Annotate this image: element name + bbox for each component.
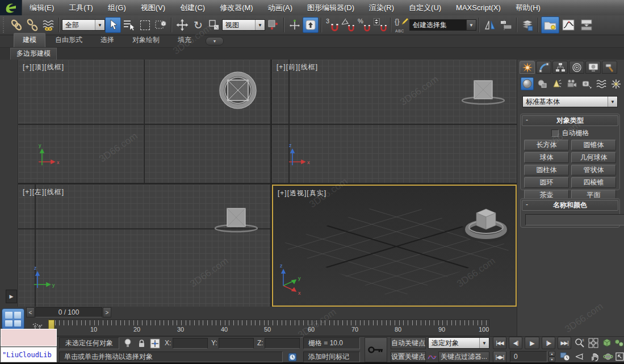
select-and-manipulate-button[interactable] — [287, 17, 303, 33]
edit-named-selection-sets-button[interactable]: {} ABC — [393, 17, 409, 33]
zoom-extents-all-button[interactable] — [614, 337, 624, 349]
menu-animation[interactable]: 动画(A) — [261, 0, 300, 15]
x-coordinate-input[interactable] — [173, 338, 208, 349]
tube-button[interactable]: 管状体 — [571, 165, 616, 175]
menu-help[interactable]: 帮助(H) — [508, 0, 548, 15]
selection-filter-dropdown[interactable]: 全部 ▼ — [62, 19, 105, 31]
primitive-category-dropdown[interactable]: 标准基本体 ▼ — [522, 96, 618, 107]
frame-back-button[interactable]: < — [26, 307, 35, 317]
current-frame-display[interactable]: 0 / 100 — [35, 307, 102, 317]
pan-view-button[interactable] — [588, 351, 601, 362]
key-filter-scope-dropdown[interactable]: 选定对象 ▼ — [428, 337, 489, 349]
frame-spinner[interactable]: ▲ ▼ — [548, 351, 555, 362]
add-time-tag[interactable]: 添加时间标记 — [303, 352, 360, 362]
zoom-extents-button[interactable] — [601, 337, 613, 349]
menu-graph-editors[interactable]: 图形编辑器(D) — [300, 0, 362, 15]
schematic-view-button[interactable] — [577, 16, 596, 34]
menu-customize[interactable]: 自定义(U) — [401, 0, 449, 15]
viewport-perspective[interactable]: x y z [+][透视][真实] — [272, 185, 517, 307]
cylinder-button[interactable]: 圆柱体 — [524, 165, 569, 175]
viewport-layout-button[interactable] — [2, 308, 24, 330]
use-pivot-point-center-button[interactable] — [265, 17, 281, 33]
keyboard-shortcut-override-toggle[interactable] — [303, 17, 319, 33]
ribbon-tab-selection[interactable]: 选择 — [92, 34, 123, 47]
select-object-button[interactable] — [105, 17, 121, 33]
select-and-link-button[interactable] — [9, 17, 24, 33]
menu-group[interactable]: 组(G) — [100, 0, 133, 15]
tab-hierarchy[interactable] — [552, 61, 568, 74]
category-helpers[interactable] — [580, 77, 593, 90]
timeline-ruler[interactable]: 0 10 20 30 40 50 60 70 80 90 100 — [49, 319, 489, 336]
ribbon-minimize-button[interactable]: ▼ — [206, 37, 224, 45]
ribbon-tab-freeform[interactable]: 自由形式 — [47, 34, 91, 47]
menu-tools[interactable]: 工具(T) — [61, 0, 100, 15]
menu-rendering[interactable]: 渲染(R) — [362, 0, 401, 15]
set-key-toggle[interactable]: 设置关键点 — [391, 352, 426, 362]
app-logo-icon[interactable] — [0, 0, 22, 15]
object-type-rollout-header[interactable]: - 对象类型 — [522, 115, 618, 126]
menu-modifiers[interactable]: 修改器(M) — [212, 0, 261, 15]
tab-display[interactable] — [585, 61, 601, 74]
toolbar-grip[interactable] — [3, 17, 7, 33]
selection-lock-bulb-icon[interactable] — [123, 337, 133, 349]
category-geometry[interactable] — [521, 77, 534, 90]
current-frame-field[interactable]: 0 — [510, 351, 547, 362]
manage-layers-button[interactable] — [520, 17, 535, 33]
spinner-up-icon[interactable]: ▲ — [548, 351, 555, 357]
category-shapes[interactable] — [535, 77, 548, 90]
category-space-warps[interactable] — [594, 77, 608, 90]
tab-modify[interactable] — [536, 61, 551, 74]
viewport-top-label[interactable]: [+][顶][线框] — [23, 62, 64, 72]
expand-panel-button[interactable]: ▶ — [6, 290, 17, 303]
viewport-top[interactable]: x y [+][顶][线框] — [18, 60, 270, 183]
category-systems[interactable] — [609, 77, 622, 90]
reference-coordinate-dropdown[interactable]: 视图 ▼ — [222, 19, 265, 31]
category-lights[interactable] — [550, 77, 563, 90]
tab-motion[interactable] — [569, 61, 584, 74]
viewport-front-label[interactable]: [+][前][线框] — [277, 62, 318, 72]
viewport-left[interactable]: y z [+][左][线框] — [18, 185, 270, 307]
menu-maxscript[interactable]: MAXScript(X) — [449, 0, 508, 15]
absolute-mode-transform-toggle[interactable] — [149, 337, 161, 349]
spinner-down-icon[interactable]: ▼ — [548, 357, 555, 362]
viewport-left-label[interactable]: [+][左][线框] — [23, 187, 64, 197]
zoom-all-button[interactable] — [587, 337, 600, 349]
key-filters-button[interactable]: 关键点过滤器... — [438, 352, 489, 362]
unlink-selection-button[interactable] — [24, 17, 40, 33]
rectangular-selection-region-button[interactable] — [137, 17, 153, 33]
menu-edit[interactable]: 编辑(E) — [22, 0, 61, 15]
menu-create[interactable]: 创建(C) — [173, 0, 212, 15]
tab-utilities[interactable] — [602, 61, 617, 74]
maxscript-listener-pane[interactable]: "LiuCloudLib i: — [1, 347, 57, 362]
key-mode-toggle-button[interactable]: |◀▶| — [493, 351, 506, 363]
ribbon-tab-populate[interactable]: 填充 — [169, 34, 200, 47]
key-filter-curve-button[interactable] — [427, 352, 437, 362]
frame-forward-button[interactable]: > — [103, 307, 111, 317]
object-name-input[interactable] — [525, 214, 624, 225]
named-selection-sets-dropdown[interactable]: 创建选择集 ▼ — [409, 19, 476, 31]
time-configuration-button[interactable] — [559, 351, 571, 362]
selection-lock-toggle[interactable] — [136, 337, 146, 349]
geosphere-button[interactable]: 几何球体 — [571, 152, 616, 163]
ribbon-tab-object-paint[interactable]: 对象绘制 — [124, 34, 168, 47]
percent-snap-toggle-button[interactable]: % — [356, 17, 372, 33]
select-and-move-button[interactable] — [174, 17, 190, 33]
select-and-rotate-button[interactable]: ↻ — [190, 17, 206, 33]
viewport-front[interactable]: x z [+][前][线框] — [272, 60, 517, 183]
field-of-view-button[interactable] — [573, 351, 586, 362]
window-crossing-toggle-button[interactable] — [153, 17, 169, 33]
align-button[interactable] — [498, 17, 514, 33]
ribbon-subtab-polygon-modeling[interactable]: 多边形建模 — [10, 48, 57, 60]
torus-button[interactable]: 圆环 — [524, 177, 569, 188]
y-coordinate-input[interactable] — [219, 338, 254, 349]
sphere-button[interactable]: 球体 — [524, 152, 569, 163]
name-color-rollout-header[interactable]: - 名称和颜色 — [522, 200, 618, 211]
auto-key-toggle[interactable]: 自动关键点 — [391, 337, 426, 349]
previous-frame-button[interactable]: ◀|| — [509, 337, 522, 349]
macro-recorder-pane[interactable] — [1, 329, 57, 346]
select-by-name-button[interactable] — [121, 17, 137, 33]
go-to-end-button[interactable]: ▶▶| — [558, 337, 571, 349]
autogrid-checkbox[interactable] — [551, 129, 559, 137]
maximize-viewport-toggle[interactable] — [615, 351, 624, 362]
next-frame-button[interactable]: ||▶ — [542, 337, 555, 349]
